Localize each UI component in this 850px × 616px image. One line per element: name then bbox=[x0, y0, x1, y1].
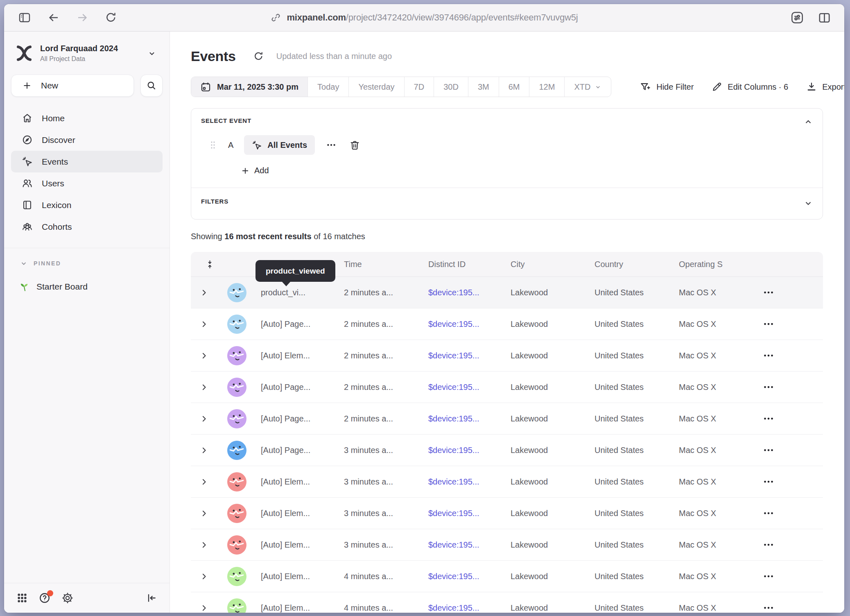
event-name-cell[interactable]: [Auto] Elem... bbox=[256, 540, 344, 550]
distinct-id-link[interactable]: $device:195... bbox=[428, 383, 511, 392]
sidebar-item-discover[interactable]: Discover bbox=[11, 129, 163, 151]
distinct-id-link[interactable]: $device:195... bbox=[428, 603, 511, 613]
table-row[interactable]: [Auto] Elem... 4 minutes a... $device:19… bbox=[191, 561, 823, 592]
event-name-cell[interactable]: [Auto] Elem... bbox=[256, 603, 344, 613]
column-header-distinct-id[interactable]: Distinct ID bbox=[428, 260, 511, 269]
expand-section-icon[interactable] bbox=[804, 199, 813, 208]
edit-columns-button[interactable]: Edit Columns · 6 bbox=[712, 82, 788, 92]
sidebar-item-cohorts[interactable]: Cohorts bbox=[11, 216, 163, 238]
address-bar[interactable]: mixpanel.com/project/3472420/view/397469… bbox=[270, 4, 578, 31]
distinct-id-link[interactable]: $device:195... bbox=[428, 509, 511, 518]
table-row[interactable]: [Auto] Page... 2 minutes a... $device:19… bbox=[191, 308, 823, 340]
refresh-icon[interactable] bbox=[253, 51, 264, 62]
distinct-id-link[interactable]: $device:195... bbox=[428, 414, 511, 424]
sidebar-item-home[interactable]: Home bbox=[11, 107, 163, 129]
range-yesterday[interactable]: Yesterday bbox=[348, 77, 404, 97]
range-12m[interactable]: 12M bbox=[529, 77, 564, 97]
expand-row-icon[interactable] bbox=[191, 383, 217, 392]
collapse-all-rows-icon[interactable] bbox=[205, 260, 217, 269]
distinct-id-link[interactable]: $device:195... bbox=[428, 446, 511, 455]
event-name-cell[interactable]: [Auto] Elem... bbox=[256, 351, 344, 360]
date-picker-button[interactable]: Mar 11, 2025 3:30 pm bbox=[191, 77, 307, 97]
column-header-os[interactable]: Operating S bbox=[679, 260, 757, 269]
event-name-cell[interactable]: [Auto] Page... bbox=[256, 319, 344, 329]
row-menu-icon[interactable] bbox=[757, 444, 823, 456]
expand-row-icon[interactable] bbox=[191, 288, 217, 297]
range-30d[interactable]: 30D bbox=[434, 77, 468, 97]
distinct-id-link[interactable]: $device:195... bbox=[428, 540, 511, 550]
sidebar-item-events[interactable]: Events bbox=[11, 151, 163, 172]
expand-row-icon[interactable] bbox=[191, 478, 217, 486]
range-3m[interactable]: 3M bbox=[468, 77, 499, 97]
expand-row-icon[interactable] bbox=[191, 604, 217, 612]
event-name-cell[interactable]: [Auto] Elem... bbox=[256, 477, 344, 487]
distinct-id-link[interactable]: $device:195... bbox=[428, 477, 511, 487]
distinct-id-link[interactable]: $device:195... bbox=[428, 351, 511, 360]
row-menu-icon[interactable] bbox=[757, 476, 823, 488]
expand-row-icon[interactable] bbox=[191, 572, 217, 581]
page-settings-icon[interactable] bbox=[790, 10, 805, 25]
event-name-cell[interactable]: [Auto] Page... bbox=[256, 383, 344, 392]
event-selector-chip[interactable]: All Events bbox=[244, 135, 315, 155]
expand-row-icon[interactable] bbox=[191, 509, 217, 518]
column-header-country[interactable]: Country bbox=[595, 260, 679, 269]
collapse-section-icon[interactable] bbox=[804, 118, 813, 127]
hide-filter-button[interactable]: Hide Filter bbox=[640, 82, 694, 93]
split-view-icon[interactable] bbox=[818, 11, 831, 25]
table-row[interactable]: [Auto] Elem... 4 minutes a... $device:19… bbox=[191, 592, 823, 613]
row-menu-icon[interactable] bbox=[757, 318, 823, 330]
event-name-cell[interactable]: [Auto] Elem... bbox=[256, 572, 344, 581]
apps-grid-icon[interactable] bbox=[16, 592, 28, 604]
add-event-button[interactable]: Add bbox=[241, 166, 813, 175]
event-name-cell[interactable]: product_vi... bbox=[256, 288, 344, 297]
row-menu-icon[interactable] bbox=[757, 539, 823, 551]
column-header-city[interactable]: City bbox=[511, 260, 595, 269]
row-menu-icon[interactable] bbox=[757, 286, 823, 299]
row-menu-icon[interactable] bbox=[757, 412, 823, 425]
pinned-section-header[interactable]: PINNED bbox=[4, 256, 170, 270]
table-row[interactable]: [Auto] Elem... 2 minutes a... $device:19… bbox=[191, 340, 823, 371]
row-menu-icon[interactable] bbox=[757, 602, 823, 613]
project-switcher[interactable]: Lord Farquaad 2024 All Project Data bbox=[4, 43, 170, 63]
settings-gear-icon[interactable] bbox=[61, 592, 74, 604]
back-icon[interactable] bbox=[47, 11, 60, 24]
row-menu-icon[interactable] bbox=[757, 507, 823, 519]
reload-icon[interactable] bbox=[105, 11, 117, 24]
collapse-sidebar-icon[interactable] bbox=[146, 592, 157, 604]
table-row[interactable]: [Auto] Page... 2 minutes a... $device:19… bbox=[191, 371, 823, 403]
drag-handle-icon[interactable] bbox=[210, 140, 216, 149]
event-name-cell[interactable]: [Auto] Elem... bbox=[256, 509, 344, 518]
expand-row-icon[interactable] bbox=[191, 351, 217, 360]
event-name-cell[interactable]: [Auto] Page... bbox=[256, 414, 344, 424]
help-icon[interactable] bbox=[38, 592, 51, 604]
export-button[interactable]: Export bbox=[806, 82, 844, 92]
sidebar-item-starter-board[interactable]: Starter Board bbox=[4, 277, 170, 297]
table-row[interactable]: [Auto] Elem... 3 minutes a... $device:19… bbox=[191, 529, 823, 561]
range-xtd-dropdown[interactable]: XTD bbox=[564, 77, 611, 97]
more-options-icon[interactable] bbox=[326, 140, 337, 150]
expand-row-icon[interactable] bbox=[191, 541, 217, 549]
table-row[interactable]: [Auto] Elem... 3 minutes a... $device:19… bbox=[191, 498, 823, 529]
row-menu-icon[interactable] bbox=[757, 349, 823, 362]
distinct-id-link[interactable]: $device:195... bbox=[428, 288, 511, 297]
expand-row-icon[interactable] bbox=[191, 446, 217, 455]
range-6m[interactable]: 6M bbox=[499, 77, 529, 97]
forward-icon[interactable] bbox=[76, 11, 88, 24]
row-menu-icon[interactable] bbox=[757, 381, 823, 393]
table-row[interactable]: [Auto] Elem... 3 minutes a... $device:19… bbox=[191, 466, 823, 498]
table-row[interactable]: [Auto] Page... 3 minutes a... $device:19… bbox=[191, 435, 823, 466]
table-row[interactable]: [Auto] Page... 2 minutes a... $device:19… bbox=[191, 403, 823, 435]
sidebar-item-lexicon[interactable]: Lexicon bbox=[11, 194, 163, 216]
event-name-cell[interactable]: [Auto] Page... bbox=[256, 446, 344, 455]
column-header-time[interactable]: Time bbox=[344, 260, 428, 269]
new-button[interactable]: New bbox=[11, 75, 134, 97]
range-today[interactable]: Today bbox=[307, 77, 348, 97]
range-7d[interactable]: 7D bbox=[404, 77, 434, 97]
delete-event-icon[interactable] bbox=[349, 140, 360, 151]
row-menu-icon[interactable] bbox=[757, 570, 823, 582]
distinct-id-link[interactable]: $device:195... bbox=[428, 572, 511, 581]
sidebar-toggle-icon[interactable] bbox=[18, 11, 31, 24]
expand-row-icon[interactable] bbox=[191, 320, 217, 328]
distinct-id-link[interactable]: $device:195... bbox=[428, 319, 511, 329]
search-button[interactable] bbox=[140, 75, 163, 97]
